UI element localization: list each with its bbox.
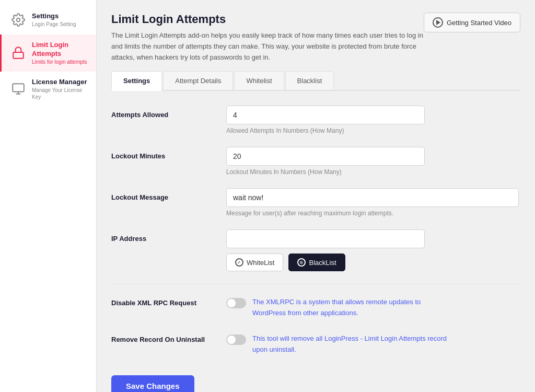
lockout-minutes-control: Lockout Minutes In Numbers (How Many) [226,147,520,176]
lockout-minutes-hint: Lockout Minutes In Numbers (How Many) [226,168,520,176]
whitelist-label: WhiteList [247,259,274,267]
main-content: Limit Login Attempts The Limit Login Att… [97,0,535,392]
lock-icon [10,44,27,61]
disable-xml-rpc-label: Disable XML RPC Request [111,297,226,307]
sidebar-license-subtitle: Manage Your License Key [32,87,88,100]
ip-buttons: ✓ WhiteList ⊗ BlackList [226,253,520,271]
lockout-minutes-row: Lockout Minutes Lockout Minutes In Numbe… [111,147,520,176]
sidebar-settings-subtitle: Login Page Setting [32,21,76,28]
tab-attempt-details[interactable]: Attempt Details [163,71,233,90]
lockout-minutes-input[interactable] [226,147,425,166]
blacklist-label: BlackList [309,259,336,267]
lockout-message-hint: Message for user(s) after reaching maxim… [226,210,520,217]
sidebar-limit-login-text: Limit Login Attempts Limits for login at… [32,41,88,65]
sidebar-limit-login-subtitle: Limits for login attempts [32,59,88,65]
tab-settings[interactable]: Settings [111,71,162,91]
svg-rect-2 [13,84,24,91]
remove-record-right: This tool will remove all LoginPress - L… [226,333,451,355]
license-icon [10,80,27,97]
sidebar-license-text: License Manager Manage Your License Key [32,78,88,100]
lockout-message-row: Lockout Message Message for user(s) afte… [111,188,520,217]
form-section: Attempts Allowed Allowed Attempts In Num… [111,106,520,392]
ip-address-control: ✓ WhiteList ⊗ BlackList [226,229,520,271]
sidebar-item-limit-login[interactable]: Limit Login Attempts Limits for login at… [0,34,96,72]
blacklist-icon: ⊗ [297,258,306,267]
whitelist-icon: ✓ [235,258,243,267]
remove-record-description: This tool will remove all LoginPress - L… [252,333,451,355]
tabs-container: Settings Attempt Details Whitelist Black… [111,71,520,91]
disable-xml-rpc-row: Disable XML RPC Request The XMLRPC is a … [111,297,520,319]
page-title: Limit Login Attempts [111,13,424,26]
sidebar-license-title: License Manager [32,78,88,87]
getting-started-label: Getting Started Video [447,19,511,27]
ip-address-row: IP Address ✓ WhiteList ⊗ BlackList [111,229,520,271]
settings-icon [10,11,27,28]
attempts-allowed-row: Attempts Allowed Allowed Attempts In Num… [111,106,520,134]
svg-point-0 [17,18,20,22]
svg-rect-1 [13,52,24,59]
attempts-allowed-hint: Allowed Attempts In Numbers (How Many) [226,127,520,134]
ip-address-input[interactable] [226,229,425,248]
remove-record-label: Remove Record On Uninstall [111,333,226,343]
disable-xml-rpc-toggle[interactable] [226,298,246,308]
play-circle-icon [433,17,443,28]
ip-address-label: IP Address [111,229,226,243]
getting-started-button[interactable]: Getting Started Video [424,13,520,32]
page-header-left: Limit Login Attempts The Limit Login Att… [111,13,424,63]
blacklist-button[interactable]: ⊗ BlackList [288,253,345,271]
page-header: Limit Login Attempts The Limit Login Att… [111,13,520,63]
page-description: The Limit Login Attempts add-on helps yo… [111,30,424,63]
save-changes-button[interactable]: Save Changes [111,375,194,392]
remove-record-toggle[interactable] [226,335,246,345]
play-triangle-icon [436,20,440,25]
tab-whitelist[interactable]: Whitelist [234,71,284,90]
attempts-allowed-label: Attempts Allowed [111,106,226,119]
attempts-allowed-control: Allowed Attempts In Numbers (How Many) [226,106,520,134]
sidebar-limit-login-title: Limit Login Attempts [32,41,88,59]
disable-xml-rpc-right: The XMLRPC is a system that allows remot… [226,297,451,319]
lockout-message-control: Message for user(s) after reaching maxim… [226,188,520,217]
disable-xml-rpc-description: The XMLRPC is a system that allows remot… [252,297,451,319]
sidebar-settings-text: Settings Login Page Setting [32,12,76,28]
sidebar-item-license-manager[interactable]: License Manager Manage Your License Key [0,72,96,107]
tab-blacklist[interactable]: Blacklist [285,71,334,90]
section-divider [111,284,520,284]
sidebar: Settings Login Page Setting Limit Login … [0,0,97,392]
lockout-message-label: Lockout Message [111,188,226,201]
remove-record-row: Remove Record On Uninstall This tool wil… [111,333,520,355]
whitelist-button[interactable]: ✓ WhiteList [226,253,283,271]
lockout-minutes-label: Lockout Minutes [111,147,226,160]
sidebar-settings-title: Settings [32,12,76,21]
sidebar-item-settings[interactable]: Settings Login Page Setting [0,5,96,34]
lockout-message-input[interactable] [226,188,519,207]
attempts-allowed-input[interactable] [226,106,425,124]
